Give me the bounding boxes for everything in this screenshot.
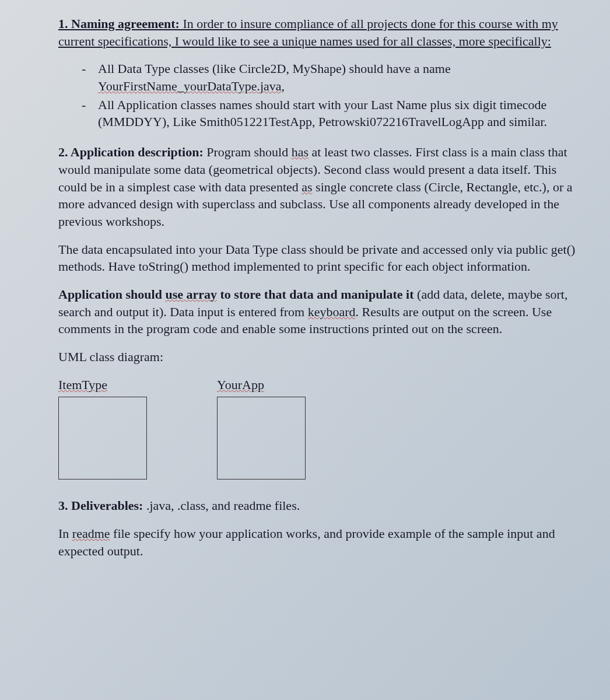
- p3-bold-a: Application should: [58, 287, 165, 302]
- p1-has: has: [292, 145, 308, 159]
- uml-left-box: [58, 397, 147, 480]
- section-2-heading: 2. Application description:: [58, 145, 204, 159]
- uml-right-label: YourApp: [217, 376, 306, 394]
- section-2-p3: Application should use array to store th…: [58, 286, 587, 338]
- section-2-p1: 2. Application description: Program shou…: [58, 144, 587, 230]
- bullet-data-type: All Data Type classes (like Circle2D, My…: [82, 60, 587, 94]
- section-3-heading: 3. Deliverables:: [58, 498, 143, 513]
- s3-p1b: file specify how your application works,…: [58, 526, 555, 558]
- s3-readme: readme: [72, 526, 110, 541]
- section-3-text: .java, .class, and readme files.: [143, 498, 300, 513]
- uml-left-label: ItemType: [58, 376, 147, 394]
- naming-bullets: All Data Type classes (like Circle2D, My…: [82, 60, 587, 131]
- section-1-heading: 1. Naming agreement:: [58, 16, 180, 31]
- document-page: 1. Naming agreement: In order to insure …: [0, 0, 610, 593]
- section-3-p1: In readme file specify how your applicat…: [58, 525, 587, 559]
- uml-right-unit: YourApp: [217, 376, 306, 480]
- p3-bold-use: use array: [165, 287, 217, 302]
- bullet-app-class: All Application classes names should sta…: [82, 96, 587, 131]
- bullet-text: All Data Type classes (like Circle2D, My…: [98, 61, 451, 76]
- p1-as: as: [302, 180, 312, 194]
- bullet-filename: YourFirstName_yourDataType.java: [98, 79, 282, 93]
- section-3: 3. Deliverables: .java, .class, and read…: [58, 497, 587, 514]
- section-1: 1. Naming agreement: In order to insure …: [58, 15, 587, 50]
- uml-left-unit: ItemType: [58, 376, 147, 480]
- bullet-comma: ,: [282, 79, 285, 93]
- uml-heading: UML class diagram:: [58, 348, 587, 366]
- section-2-p2: The data encapsulated into your Data Typ…: [58, 241, 587, 275]
- uml-diagram: ItemType YourApp: [58, 376, 587, 480]
- p1-a: Program should: [204, 145, 292, 159]
- p3-keyboard: keyboard: [308, 304, 356, 319]
- p3-bold-b: to store that data and manipulate it: [217, 287, 414, 302]
- s3-p1a: In: [58, 526, 72, 541]
- uml-right-box: [217, 397, 306, 480]
